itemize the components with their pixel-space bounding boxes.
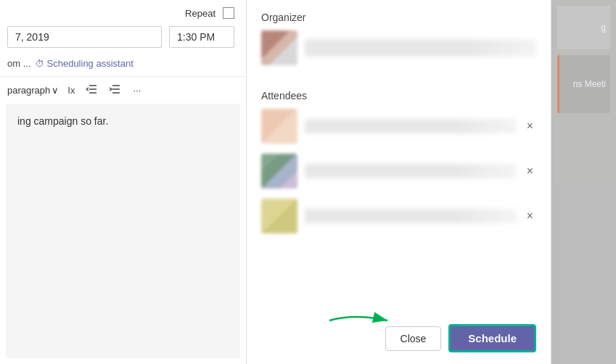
date-time-row	[0, 26, 246, 55]
outdent-icon	[86, 84, 98, 96]
bottom-actions: Close Schedule	[261, 317, 536, 352]
schedule-button[interactable]: Schedule	[448, 324, 536, 352]
left-panel: Repeat om ... ⏱ Scheduling assistant par…	[0, 0, 247, 364]
chevron-down-icon: ∨	[52, 85, 59, 96]
indent-button[interactable]	[107, 83, 124, 98]
paragraph-button[interactable]: paragraph ∨	[7, 85, 59, 96]
close-icon: ×	[527, 165, 533, 178]
date-input[interactable]	[7, 26, 162, 48]
remove-attendee-3-button[interactable]: ×	[524, 207, 536, 226]
paragraph-label: paragraph	[7, 85, 50, 96]
close-button[interactable]: Close	[385, 326, 442, 351]
attendees-section: Attendees × ×	[261, 90, 536, 317]
organizer-info	[305, 39, 536, 57]
attendee-row: ×	[261, 199, 536, 233]
sidebar-item-top: g	[557, 6, 610, 49]
orange-bar	[557, 55, 559, 113]
attendees-label: Attendees	[261, 90, 536, 102]
sidebar-item-bottom: ns Meeti	[557, 55, 610, 113]
toolbar-row: paragraph ∨ Ix	[0, 76, 246, 104]
attendee-avatar-1	[261, 109, 297, 144]
organizer-avatar	[261, 30, 297, 65]
remove-attendee-1-button[interactable]: ×	[524, 117, 536, 136]
scheduling-link-label: Scheduling assistant	[47, 58, 134, 69]
editor-text: ing campaign so far.	[17, 115, 108, 127]
top-row: Repeat	[0, 0, 246, 26]
main-container: Repeat om ... ⏱ Scheduling assistant par…	[0, 0, 616, 364]
right-panel: Organizer Attendees × ×	[247, 0, 551, 364]
attendee-row: ×	[261, 109, 536, 144]
link-row: om ... ⏱ Scheduling assistant	[0, 55, 246, 76]
close-icon: ×	[527, 210, 533, 223]
attendee-avatar-2	[261, 154, 297, 189]
more-icon: ···	[133, 85, 141, 96]
italic-icon: Ix	[67, 85, 75, 96]
more-button[interactable]: ···	[130, 83, 144, 97]
indent-icon	[110, 84, 121, 96]
organizer-section: Organizer	[261, 12, 536, 75]
italic-button[interactable]: Ix	[65, 83, 78, 97]
repeat-label: Repeat	[185, 8, 215, 19]
attendee-info-2	[305, 164, 517, 178]
close-icon: ×	[527, 120, 533, 133]
scheduling-assistant-link[interactable]: ⏱ Scheduling assistant	[36, 58, 134, 69]
remove-attendee-2-button[interactable]: ×	[524, 162, 536, 181]
attendee-info-1	[305, 119, 517, 133]
outdent-button[interactable]	[83, 83, 101, 98]
editor-content: ing campaign so far.	[6, 104, 240, 358]
link-prefix: om ...	[7, 58, 31, 69]
sidebar-bottom-text: ns Meeti	[573, 79, 606, 89]
attendee-row: ×	[261, 154, 536, 189]
repeat-checkbox[interactable]	[223, 7, 234, 19]
attendee-info-3	[305, 209, 517, 223]
organizer-row	[261, 30, 536, 65]
organizer-label: Organizer	[261, 12, 536, 23]
far-right-sidebar: g ns Meeti	[551, 0, 616, 364]
time-input[interactable]	[169, 26, 234, 48]
attendee-avatar-3	[261, 199, 297, 233]
sidebar-top-text: g	[601, 22, 606, 33]
clock-icon: ⏱	[36, 59, 44, 69]
